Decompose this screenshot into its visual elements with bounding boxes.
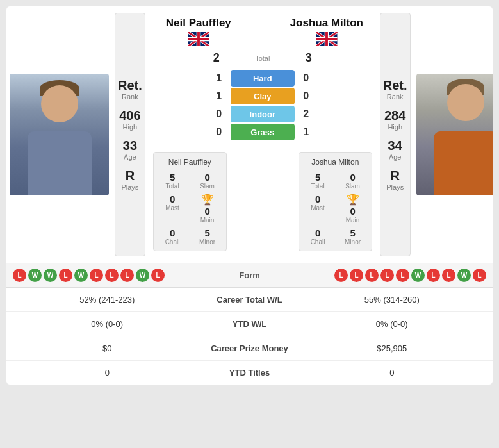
form-pill-left-5: L xyxy=(90,269,103,282)
right-high-stat: 284 High xyxy=(384,108,405,131)
right-minor-cell: 5 Minor xyxy=(336,228,369,245)
form-pill-right-0: L xyxy=(334,269,348,282)
form-row: L W W L W L L L W L Form L L L L L W L L xyxy=(6,263,493,288)
left-detail-panel: Neil Pauffley 5 Total 0 Slam 0 xyxy=(153,152,227,251)
left-detail-grid: 5 Total 0 Slam 0 Mast xyxy=(156,172,224,245)
form-pill-right-2: L xyxy=(365,269,379,282)
right-name-block: Joshua Milton xyxy=(282,17,372,49)
form-pills-left: L W W L W L L L W L xyxy=(13,269,220,282)
right-trophy-icon-cell: 🏆 0 Main xyxy=(336,194,369,224)
left-name-block: Neil Pauffley xyxy=(154,17,243,49)
form-pill-right-9: L xyxy=(473,269,486,282)
left-high-stat: 406 High xyxy=(119,108,140,131)
left-stats-panel: Ret. Rank 406 High 33 Age R Plays xyxy=(115,13,145,256)
form-pills-right: L L L L L W L L W L xyxy=(279,269,487,282)
right-plays-stat: R Plays xyxy=(386,169,404,191)
right-trophy-icon: 🏆 xyxy=(347,194,359,205)
main-card: Ret. Rank 406 High 33 Age R Plays xyxy=(6,6,493,385)
form-pill-right-3: L xyxy=(380,269,394,282)
form-pill-left-8: W xyxy=(136,269,149,282)
right-stats-panel: Ret. Rank 284 High 34 Age R Plays xyxy=(380,13,411,256)
right-detail-panel: Joshua Milton 5 Total 0 Slam 0 xyxy=(299,152,372,251)
score-line-hard: 1 Hard 0 xyxy=(151,70,375,87)
right-detail-grid: 5 Total 0 Slam 0 Mast xyxy=(302,172,369,245)
form-pill-left-9: L xyxy=(151,269,165,282)
form-pill-left-0: L xyxy=(13,269,26,282)
form-pill-left-7: L xyxy=(120,269,134,282)
left-plays-stat: R Plays xyxy=(121,169,138,191)
detail-panels-row: Neil Pauffley 5 Total 0 Slam 0 xyxy=(151,145,375,258)
left-photo-art xyxy=(10,74,109,195)
right-slam-cell: 0 Slam xyxy=(336,172,369,190)
stat-row-0: 52% (241-223) Career Total W/L 55% (314-… xyxy=(6,288,493,312)
right-rank-stat: Ret. Rank xyxy=(383,78,407,101)
stat-row-1: 0% (0-0) YTD W/L 0% (0-0) xyxy=(6,312,493,336)
form-pill-left-6: L xyxy=(105,269,119,282)
left-mast-cell: 0 Mast xyxy=(156,194,189,224)
left-chall-cell: 0 Chall xyxy=(156,228,189,245)
form-pill-left-4: W xyxy=(74,269,88,282)
left-flag xyxy=(154,32,243,49)
left-rank-stat: Ret. Rank xyxy=(118,78,142,101)
form-label: Form xyxy=(224,270,275,280)
top-area: Ret. Rank 406 High 33 Age R Plays xyxy=(6,6,493,263)
page-wrapper: Ret. Rank 406 High 33 Age R Plays xyxy=(0,0,499,448)
form-pill-right-8: W xyxy=(457,269,471,282)
score-line-grass: 0 Grass 1 xyxy=(151,124,375,140)
form-pill-left-3: L xyxy=(59,269,72,282)
bottom-stats: 52% (241-223) Career Total W/L 55% (314-… xyxy=(6,288,493,385)
form-pill-right-4: L xyxy=(396,269,409,282)
names-header: Neil Pauffley xyxy=(151,12,375,51)
form-pill-right-7: L xyxy=(442,269,455,282)
left-age-stat: 33 Age xyxy=(123,138,137,161)
form-pill-left-2: W xyxy=(44,269,57,282)
right-age-stat: 34 Age xyxy=(388,138,402,161)
score-line-clay: 1 Clay 0 xyxy=(151,88,375,104)
left-slam-cell: 0 Slam xyxy=(191,172,224,190)
left-minor-cell: 5 Minor xyxy=(191,228,224,245)
center-column: Neil Pauffley xyxy=(148,6,377,263)
form-pill-right-1: L xyxy=(350,269,363,282)
right-total-cell: 5 Total xyxy=(302,172,334,190)
form-pill-right-6: L xyxy=(427,269,440,282)
right-chall-cell: 0 Chall xyxy=(302,228,334,245)
left-total-cell: 5 Total xyxy=(156,172,189,190)
right-player-photo xyxy=(413,6,493,263)
stat-row-2: $0 Career Prize Money $25,905 xyxy=(6,336,493,361)
left-trophy-icon: 🏆 xyxy=(201,194,214,205)
form-pill-left-1: W xyxy=(28,269,42,282)
total-score-row: 2 Total 3 xyxy=(205,51,320,65)
form-pill-right-5: W xyxy=(411,269,425,282)
score-line-indoor: 0 Indoor 2 xyxy=(151,106,375,122)
right-mast-cell: 0 Mast xyxy=(302,194,334,224)
right-photo-art xyxy=(416,74,493,195)
scores-area: 1 Hard 0 1 Clay 0 0 Indoor 2 xyxy=(151,70,375,140)
left-player-photo xyxy=(6,6,112,263)
right-flag xyxy=(282,32,372,49)
stat-row-3: 0 YTD Titles 0 xyxy=(6,361,493,385)
left-trophy-icon-cell: 🏆 0 Main xyxy=(191,194,224,224)
